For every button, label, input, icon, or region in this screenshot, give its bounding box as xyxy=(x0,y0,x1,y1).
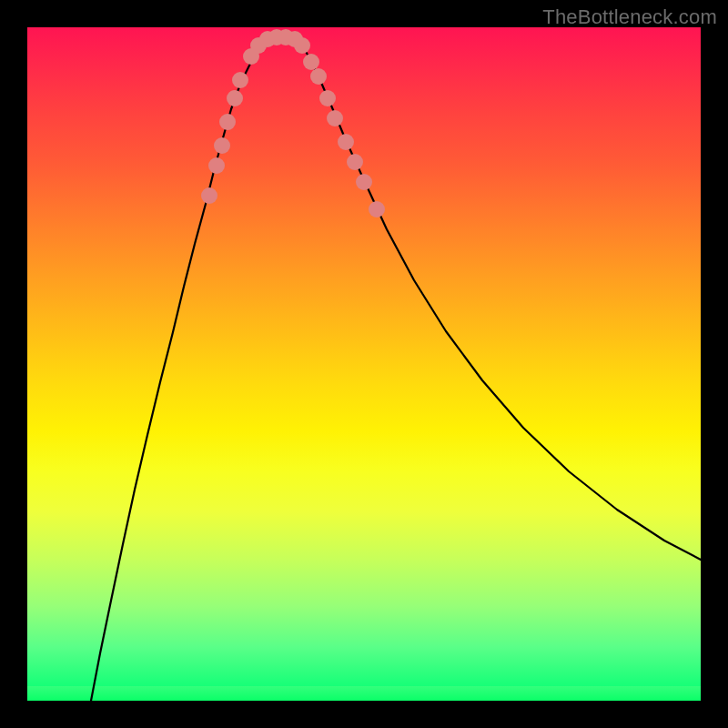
highlight-dot xyxy=(319,90,336,106)
highlight-dot xyxy=(201,187,217,204)
highlight-dot xyxy=(208,157,225,174)
curve-group xyxy=(91,37,701,701)
highlight-dot xyxy=(369,201,385,217)
highlight-dot xyxy=(338,134,354,150)
highlight-dot xyxy=(303,54,319,70)
outer-frame: TheBottleneck.com xyxy=(0,0,728,728)
highlight-dot xyxy=(294,37,310,54)
highlight-dot xyxy=(219,114,236,130)
bottleneck-curve xyxy=(91,37,701,701)
chart-svg xyxy=(27,27,701,701)
highlight-dot xyxy=(327,110,343,126)
highlight-dot xyxy=(227,90,243,106)
highlight-dot xyxy=(347,154,363,170)
dot-group xyxy=(201,29,385,217)
highlight-dot xyxy=(232,72,248,88)
watermark-text: TheBottleneck.com xyxy=(542,5,717,29)
highlight-dot xyxy=(214,137,230,154)
highlight-dot xyxy=(356,174,372,190)
highlight-dot xyxy=(310,68,327,85)
